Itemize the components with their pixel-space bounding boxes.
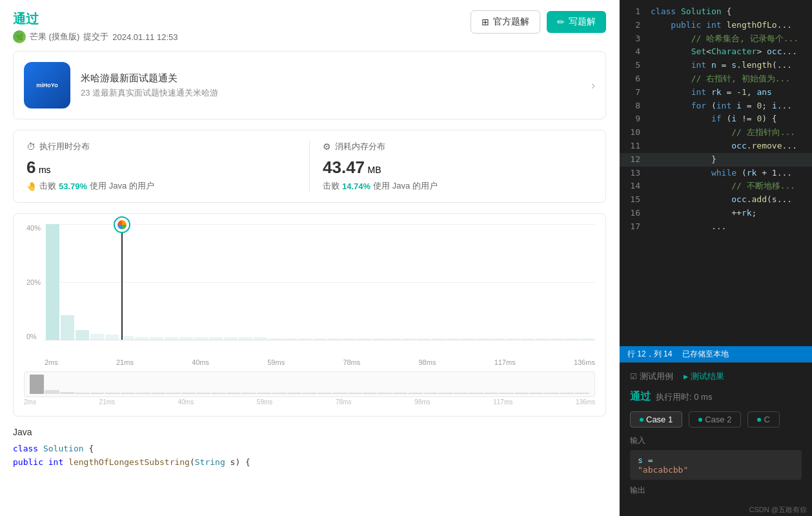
right-panel: 1class Solution {2 public int lengthOfLo… [620, 0, 812, 516]
checkbox-icon: ☑ [630, 372, 637, 381]
date-label: 2024.01.11 12:53 [112, 32, 178, 42]
test-tabs: ☑ 测试用例 ▶ 测试结果 [630, 371, 802, 382]
y-label-40: 40% [26, 224, 41, 232]
code-line-10: 10 // 左指针向... [620, 126, 812, 139]
tab-test-case[interactable]: ☑ 测试用例 [630, 371, 673, 382]
code-line-1: class Solution { [13, 442, 606, 456]
code-line-17: 17 ... [620, 220, 812, 234]
mem-beat-info: 击败 14.74% 使用 Java 的用户 [323, 180, 593, 192]
case-3-button[interactable]: C [747, 411, 779, 428]
terminal-icon: ▶ [684, 372, 688, 381]
x-label-40ms: 40ms [192, 358, 209, 366]
code-editor[interactable]: 1class Solution {2 public int lengthOfLo… [620, 0, 812, 346]
test-time-label: 执行用时: 0 ms [656, 391, 712, 403]
code-line-2: public int lengthOfLongestSubstring(Stri… [13, 456, 606, 470]
code-line-12: 12 } [620, 153, 812, 167]
stats-container: ⏱ 执行用时分布 6 ms 🤚 击败 53.79% 使用 Java 的用户 ⚙ … [13, 130, 606, 203]
x-label-21ms: 21ms [116, 358, 134, 366]
minimap [24, 371, 595, 397]
code-line-8: 8 for (int i = 0; i... [620, 99, 812, 113]
status-pass-label: 通过 [13, 10, 178, 28]
case-3-dot [757, 418, 761, 422]
code-line-16: 16 ++rk; [620, 207, 812, 220]
case-2-dot [698, 418, 702, 422]
official-solution-button[interactable]: ⊞ 官方题解 [471, 10, 540, 34]
save-status: 已存储至本地 [682, 349, 729, 360]
x-label-78ms: 78ms [343, 358, 360, 366]
code-line-15: 15 occ.add(s... [620, 193, 812, 207]
x-label-2ms: 2ms [45, 358, 58, 366]
cursor-position: 行 12，列 14 [627, 349, 672, 360]
test-output-label: 输出 [630, 485, 802, 496]
time-stat-label: ⏱ 执行用时分布 [26, 141, 296, 152]
test-input-key: s = [638, 455, 653, 465]
ad-banner[interactable]: miHoYo 米哈游最新面试题通关 23 道最新真实面试题快速通关米哈游 › [13, 51, 606, 119]
code-line-1: 1class Solution { [620, 5, 812, 19]
avatar: 🌿 [13, 30, 26, 43]
ad-desc: 23 道最新真实面试题快速通关米哈游 [81, 87, 218, 99]
mem-value: 43.47 MB [323, 158, 593, 178]
edit-icon: ✏ [557, 17, 565, 27]
code-line-5: 5 int n = s.length(... [620, 59, 812, 72]
y-label-20: 20% [26, 278, 41, 286]
header: 通过 🌿 芒果 (摸鱼版) 提交于 2024.01.11 12:53 ⊞ 官方题… [0, 0, 619, 51]
case-2-button[interactable]: Case 2 [689, 411, 741, 428]
stats-row: ⏱ 执行用时分布 6 ms 🤚 击败 53.79% 使用 Java 的用户 ⚙ … [26, 141, 593, 192]
action-label: 提交于 [83, 31, 108, 43]
code-line-6: 6 // 右指针, 初始值为... [620, 72, 812, 86]
code-line-13: 13 while (rk + 1... [620, 167, 812, 180]
chart-section: 40% 20% 0% 2ms [13, 213, 606, 417]
code-block: class Solution { public int lengthOfLong… [13, 442, 606, 470]
case-1-button[interactable]: Case 1 [630, 411, 682, 428]
meta-info: 🌿 芒果 (摸鱼版) 提交于 2024.01.11 12:53 [13, 30, 178, 43]
csdn-watermark: CSDN @五敢有你 [620, 504, 812, 516]
test-status: 通过 执行用时: 0 ms [630, 390, 802, 404]
write-button-label: 写题解 [569, 16, 596, 28]
ad-arrow-icon: › [591, 79, 595, 92]
code-line-11: 11 occ.remove... [620, 139, 812, 153]
status-area: 通过 🌿 芒果 (摸鱼版) 提交于 2024.01.11 12:53 [13, 10, 178, 43]
beat-icon: 🤚 [26, 181, 37, 191]
x-label-117ms: 117ms [494, 358, 516, 366]
test-input-value: "abcabcbb" [638, 465, 688, 475]
test-pass-label: 通过 [630, 390, 651, 404]
write-solution-button[interactable]: ✏ 写题解 [547, 11, 606, 33]
header-buttons: ⊞ 官方题解 ✏ 写题解 [471, 10, 606, 34]
case-1-label: Case 1 [646, 415, 673, 424]
left-panel: 通过 🌿 芒果 (摸鱼版) 提交于 2024.01.11 12:53 ⊞ 官方题… [0, 0, 620, 516]
x-label-59ms: 59ms [267, 358, 285, 366]
clock-icon: ⏱ [26, 141, 36, 152]
test-input-label: 输入 [630, 435, 802, 446]
editor-footer: 行 12，列 14 已存储至本地 [620, 346, 812, 362]
code-line-2: 2 public int lengthOfLo... [620, 19, 812, 32]
author-label: 芒果 (摸鱼版) [30, 31, 79, 43]
test-case-tab-label: 测试用例 [640, 371, 673, 382]
official-button-label: 官方题解 [493, 16, 529, 28]
mem-stat-label: ⚙ 消耗内存分布 [323, 141, 593, 152]
case-1-dot [640, 418, 644, 422]
book-icon: ⊞ [482, 17, 489, 27]
x-label-98ms: 98ms [419, 358, 436, 366]
code-line-7: 7 int rk = -1, ans [620, 86, 812, 99]
test-result-tab-label: 测试结果 [691, 371, 724, 382]
code-language-label: Java [13, 427, 606, 437]
code-line-9: 9 if (i != 0) { [620, 112, 812, 126]
test-panel: ☑ 测试用例 ▶ 测试结果 通过 执行用时: 0 ms Case 1 Case … [620, 362, 812, 504]
test-input-box: s = "abcabcbb" [630, 450, 802, 480]
code-line-4: 4 Set<Character> occ... [620, 45, 812, 59]
x-label-136ms: 136ms [574, 358, 595, 366]
case-2-label: Case 2 [705, 415, 731, 424]
time-stat-card: ⏱ 执行用时分布 6 ms 🤚 击败 53.79% 使用 Java 的用户 [26, 141, 309, 192]
ad-content: 米哈游最新面试题通关 23 道最新真实面试题快速通关米哈游 [81, 72, 218, 99]
time-beat-info: 🤚 击败 53.79% 使用 Java 的用户 [26, 180, 296, 192]
test-cases: Case 1 Case 2 C [630, 411, 802, 428]
memory-icon: ⚙ [323, 141, 331, 152]
code-line-3: 3 // 哈希集合, 记录每个... [620, 32, 812, 46]
ad-title: 米哈游最新面试题通关 [81, 72, 218, 85]
time-value: 6 ms [26, 158, 296, 178]
case-3-label: C [764, 415, 769, 424]
y-label-0: 0% [26, 333, 41, 340]
ad-logo: miHoYo [24, 62, 70, 108]
code-line-14: 14 // 不断地移... [620, 180, 812, 193]
tab-test-result[interactable]: ▶ 测试结果 [684, 371, 724, 382]
